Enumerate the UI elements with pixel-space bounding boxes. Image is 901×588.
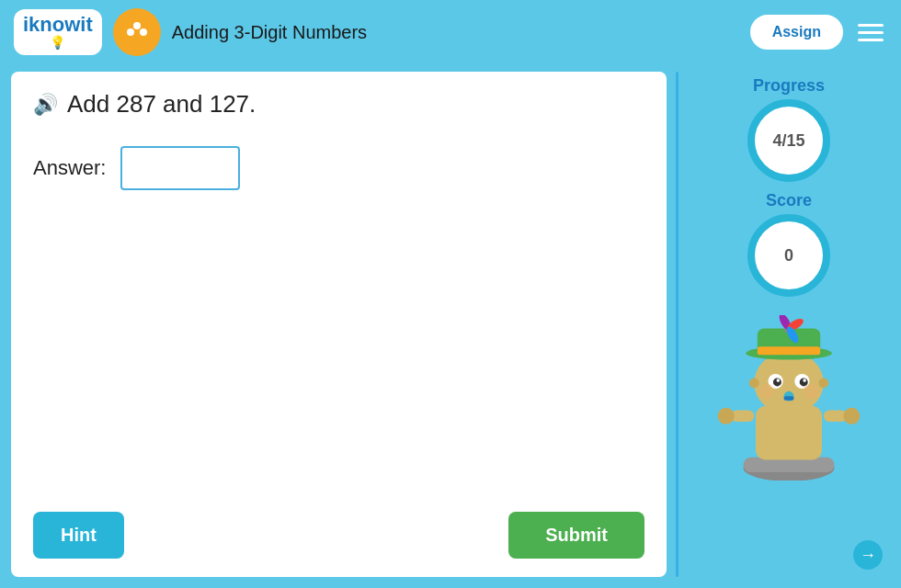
progress-label: Progress (753, 76, 825, 96)
bottom-buttons: Hint Submit (33, 503, 644, 559)
logo-text: iknowit (23, 15, 93, 35)
svg-point-9 (843, 408, 860, 424)
svg-point-1 (133, 22, 141, 29)
score-value: 0 (784, 246, 793, 266)
mascot-svg (706, 315, 872, 481)
assign-button[interactable]: Assign (750, 15, 843, 50)
svg-point-27 (759, 384, 774, 399)
svg-point-11 (754, 352, 824, 414)
answer-row: Answer: (33, 146, 644, 190)
logo: iknowit 💡 (14, 9, 102, 55)
question-panel: 🔊 Add 287 and 127. Answer: Hint Submit (11, 72, 667, 577)
question-area: 🔊 Add 287 and 127. Answer: (33, 90, 644, 503)
svg-point-24 (803, 379, 806, 382)
svg-point-28 (804, 384, 818, 399)
progress-circle: 4/15 (747, 99, 830, 182)
question-text: 🔊 Add 287 and 127. (33, 90, 644, 119)
panel-divider (676, 72, 679, 577)
svg-rect-6 (731, 411, 754, 423)
menu-line-3 (858, 39, 884, 41)
menu-line-1 (858, 24, 884, 27)
main-content: 🔊 Add 287 and 127. Answer: Hint Submit P… (0, 64, 901, 588)
answer-label: Answer: (33, 156, 106, 180)
sidebar-panel: Progress 4/15 Score 0 (688, 72, 890, 577)
answer-input[interactable] (120, 146, 240, 190)
progress-section: Progress 4/15 (747, 76, 830, 182)
submit-button[interactable]: Submit (508, 512, 644, 559)
svg-point-7 (718, 408, 735, 424)
svg-point-29 (749, 378, 759, 388)
logo-bulb-icon: 💡 (50, 35, 65, 50)
svg-point-23 (777, 379, 781, 382)
activity-title: Adding 3-Digit Numbers (172, 22, 739, 43)
menu-line-2 (858, 31, 884, 34)
dots-icon (123, 18, 151, 46)
svg-rect-8 (824, 411, 847, 423)
score-circle: 0 (747, 214, 830, 297)
activity-icon (113, 8, 161, 56)
menu-button[interactable] (854, 20, 887, 45)
sound-icon[interactable]: 🔊 (33, 93, 58, 117)
hint-button[interactable]: Hint (33, 512, 124, 559)
svg-point-2 (140, 28, 147, 36)
progress-value: 4/15 (772, 131, 804, 151)
next-arrow[interactable]: → (853, 540, 883, 570)
svg-rect-18 (758, 346, 820, 355)
question-body: Add 287 and 127. (67, 90, 256, 119)
app-header: iknowit 💡 Adding 3-Digit Numbers Assign (0, 0, 901, 64)
score-label: Score (766, 191, 812, 210)
svg-point-30 (818, 378, 828, 388)
svg-rect-26 (784, 396, 794, 401)
svg-point-0 (127, 28, 134, 36)
score-section: Score 0 (747, 191, 830, 297)
mascot-area (697, 315, 881, 481)
